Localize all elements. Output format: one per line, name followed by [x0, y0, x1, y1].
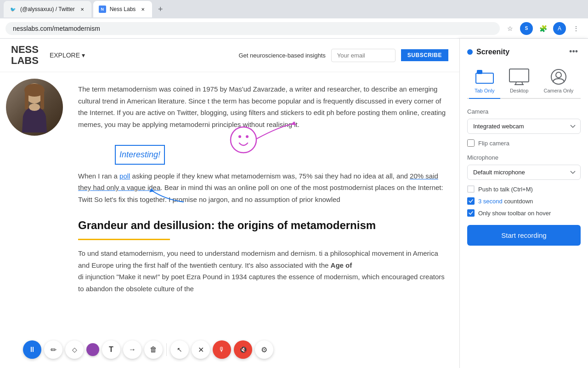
- webpage-content: NESS LABS EXPLORE ▾ Get neuroscience-bas…: [0, 39, 459, 368]
- chevron-down-icon: ▾: [82, 52, 85, 59]
- svg-rect-2: [25, 91, 28, 109]
- desktop-mode-tab[interactable]: Desktop: [503, 65, 535, 99]
- text-tool-button[interactable]: T: [102, 340, 120, 359]
- eraser-icon: ◇: [72, 346, 77, 353]
- twitter-tab-title: (@alyssaxuu) / Twitter: [20, 6, 75, 12]
- screenity-status-dot: [467, 49, 473, 55]
- poll-link[interactable]: poll: [119, 172, 130, 180]
- new-tab-button[interactable]: +: [154, 3, 167, 16]
- close-button[interactable]: ✕: [192, 340, 210, 359]
- address-bar: ☆ S 🧩 A ⋮: [0, 18, 588, 39]
- profile-avatar[interactable]: A: [553, 22, 566, 35]
- heading-underline: [78, 239, 170, 240]
- email-input[interactable]: [331, 49, 396, 62]
- subscribe-section: Get neuroscience-based insights SUBSCRIB…: [238, 49, 448, 62]
- pause-button[interactable]: ⏸: [23, 340, 41, 359]
- annotation-container: Interesting!: [115, 141, 165, 168]
- tab-mode-tab[interactable]: Tab Only: [469, 65, 500, 99]
- ness-labs-logo: NESS LABS: [11, 44, 39, 66]
- article-paragraph-1: The term metamodernism was coined in 197…: [78, 83, 448, 130]
- webcam-video: [6, 79, 63, 136]
- twitter-tab-close[interactable]: ✕: [79, 6, 86, 13]
- chrome-menu-icon[interactable]: ⋮: [570, 22, 582, 35]
- cursor-icon: ↖: [177, 346, 182, 353]
- svg-point-17: [556, 72, 561, 78]
- screenity-panel: Screenity ••• Tab Only: [459, 39, 588, 368]
- mute-mic-button[interactable]: 🎙: [213, 340, 231, 359]
- screenity-extension-icon[interactable]: S: [520, 22, 533, 35]
- pen-icon: ✏: [51, 345, 57, 354]
- countdown-seconds: 3 second: [478, 198, 503, 205]
- panel-title: Screenity: [476, 48, 509, 56]
- ness-labs-tab[interactable]: N Ness Labs ✕: [93, 1, 153, 17]
- start-recording-button[interactable]: Start recording: [467, 225, 581, 246]
- tab-bar: 🐦 (@alyssaxuu) / Twitter ✕ N Ness Labs ✕…: [0, 0, 588, 18]
- ness-labs-tab-title: Ness Labs: [110, 6, 136, 12]
- svg-rect-10: [476, 73, 493, 83]
- flip-camera-checkbox[interactable]: [467, 139, 475, 147]
- article-paragraph-2: When I ran a poll asking people if they …: [78, 170, 448, 206]
- camera-select[interactable]: Integrated webcam: [467, 119, 581, 134]
- article-body: The term metamodernism was coined in 197…: [78, 83, 448, 294]
- audio-button[interactable]: 🔇: [234, 340, 252, 359]
- options-section: Push to talk (Ctrl+M) 3 second countdown: [467, 185, 581, 217]
- forward-icon: →: [129, 345, 136, 354]
- ness-labs-favicon: N: [99, 6, 106, 13]
- camera-label: Camera: [467, 108, 581, 115]
- twitter-tab[interactable]: 🐦 (@alyssaxuu) / Twitter ✕: [4, 1, 91, 17]
- eraser-tool-button[interactable]: ◇: [65, 340, 84, 359]
- color-picker-dot[interactable]: [86, 343, 99, 356]
- camera-mode-tab[interactable]: Camera Only: [538, 65, 579, 99]
- mic-mute-icon: 🎙: [219, 346, 225, 353]
- drawing-toolbar: ⏸ ✏ ◇ T → 🗑 ↖ ✕ 🎙 🔇 ⚙: [23, 340, 273, 359]
- delete-button[interactable]: 🗑: [144, 340, 163, 359]
- panel-header: Screenity •••: [467, 46, 581, 58]
- tab-mode-icon: [475, 69, 495, 85]
- extensions-icon[interactable]: 🧩: [537, 22, 549, 35]
- camera-mode-icon: [548, 69, 569, 85]
- close-icon: ✕: [198, 345, 204, 354]
- browser-chrome: 🐦 (@alyssaxuu) / Twitter ✕ N Ness Labs ✕…: [0, 0, 588, 39]
- toolbar-hover-row: Only show toolbar on hover: [467, 209, 581, 217]
- panel-title-row: Screenity: [467, 48, 509, 56]
- mode-tabs: Tab Only Desktop: [467, 65, 581, 99]
- push-to-talk-checkbox[interactable]: [467, 185, 475, 193]
- svg-point-4: [29, 104, 40, 111]
- pen-tool-button[interactable]: ✏: [44, 340, 62, 359]
- article-heading: Grandeur and desillusion: the origins of…: [78, 216, 448, 235]
- camera-mode-label: Camera Only: [543, 88, 573, 93]
- explore-button[interactable]: EXPLORE ▾: [50, 52, 85, 59]
- cursor-button[interactable]: ↖: [170, 340, 189, 359]
- microphone-label: Microphone: [467, 154, 581, 161]
- pause-icon: ⏸: [28, 345, 36, 354]
- countdown-checkbox[interactable]: [467, 197, 475, 205]
- ness-labs-tab-close[interactable]: ✕: [139, 6, 147, 13]
- desktop-mode-label: Desktop: [510, 88, 528, 93]
- desktop-mode-icon: [509, 69, 529, 85]
- toolbar-divider: [166, 343, 167, 356]
- microphone-select[interactable]: Default microphone: [467, 165, 581, 180]
- microphone-section: Microphone Default microphone: [467, 154, 581, 185]
- url-input[interactable]: [6, 22, 500, 35]
- subscribe-button[interactable]: SUBSCRIBE: [401, 49, 448, 61]
- svg-rect-12: [509, 69, 529, 82]
- article-paragraph-3: To und stand etamodernism, you need to u…: [78, 247, 448, 294]
- camera-section: Camera Integrated webcam Flip camera: [467, 108, 581, 147]
- toolbar-hover-label: Only show toolbar on hover: [478, 210, 551, 217]
- toolbar-hover-checkbox[interactable]: [467, 209, 475, 217]
- push-to-talk-label: Push to talk (Ctrl+M): [478, 186, 533, 193]
- panel-menu-button[interactable]: •••: [566, 46, 581, 58]
- forward-button[interactable]: →: [123, 340, 141, 359]
- annotation-box: Interesting!: [115, 145, 165, 165]
- tab-mode-label: Tab Only: [475, 88, 494, 93]
- trash-icon: 🗑: [150, 345, 157, 354]
- svg-rect-11: [477, 70, 482, 74]
- ness-labs-navbar: NESS LABS EXPLORE ▾ Get neuroscience-bas…: [0, 39, 459, 72]
- bookmark-icon[interactable]: ☆: [503, 22, 516, 35]
- flip-camera-row: Flip camera: [467, 139, 581, 147]
- settings-button[interactable]: ⚙: [255, 340, 273, 359]
- settings-icon: ⚙: [261, 345, 267, 354]
- bold-age: Age of: [331, 261, 352, 269]
- svg-rect-3: [40, 91, 44, 109]
- subscribe-label: Get neuroscience-based insights: [238, 52, 325, 59]
